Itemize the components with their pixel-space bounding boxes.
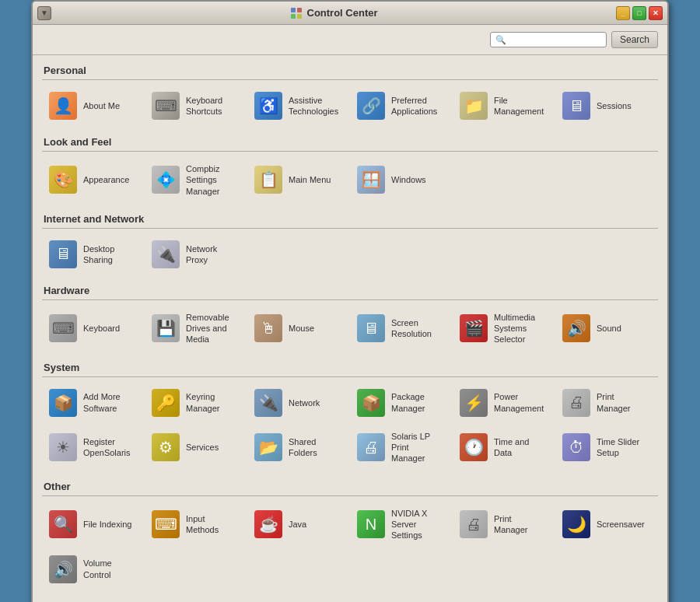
item-package[interactable]: 📦Package Manager bbox=[350, 383, 450, 422]
item-java[interactable]: ☕Java bbox=[247, 502, 347, 547]
svg-rect-1 bbox=[297, 8, 302, 12]
item-power[interactable]: ⚡Power Management bbox=[453, 383, 552, 422]
section-items-hardware: ⌨Keyboard💾Removable Drives and Media🖱Mou… bbox=[42, 305, 658, 352]
print2-icon: 🖨 bbox=[460, 510, 488, 538]
item-windows[interactable]: 🪟Windows bbox=[350, 158, 450, 202]
item-appearance[interactable]: 🎨Appearance bbox=[42, 158, 142, 202]
item-nvidia[interactable]: NNVIDIA X Server Settings bbox=[350, 502, 450, 547]
item-label-compiz: Compbiz Settings Manager bbox=[186, 163, 237, 197]
item-label-solaris-print: Solaris LP Print Manager bbox=[391, 431, 443, 464]
volume-icon: 🔊 bbox=[49, 555, 77, 583]
section-title-look-feel: Look and Feel bbox=[42, 133, 658, 152]
minimize-button[interactable]: _ bbox=[616, 6, 630, 20]
item-label-time-data: Time and Data bbox=[494, 436, 545, 459]
item-mouse[interactable]: 🖱Mouse bbox=[247, 306, 347, 351]
nvidia-icon: N bbox=[357, 510, 385, 538]
item-label-add-software: Add More Software bbox=[83, 391, 135, 414]
item-label-time-slider: Time Slider Setup bbox=[597, 436, 648, 459]
input-icon: ⌨ bbox=[152, 510, 180, 538]
item-label-multimedia: Multimedia Systems Selector bbox=[494, 312, 545, 345]
item-label-package: Package Manager bbox=[391, 391, 443, 414]
item-file-index[interactable]: 🔍File Indexing bbox=[42, 502, 142, 547]
item-solaris-print[interactable]: 🖨Solaris LP Print Manager bbox=[350, 425, 450, 470]
item-label-power: Power Management bbox=[494, 391, 545, 414]
fileindex-icon: 🔍 bbox=[49, 510, 77, 538]
item-label-windows: Windows bbox=[391, 174, 426, 185]
item-label-sessions: Sessions bbox=[597, 100, 632, 111]
svg-rect-3 bbox=[297, 14, 302, 19]
item-label-java: Java bbox=[289, 519, 306, 530]
item-compiz[interactable]: 💠Compbiz Settings Manager bbox=[145, 158, 244, 202]
maximize-button[interactable]: □ bbox=[632, 6, 646, 20]
section-other: Other🔍File Indexing⌨Input Methods☕JavaNN… bbox=[42, 478, 658, 590]
section-items-look-feel: 🎨Appearance💠Compbiz Settings Manager📋Mai… bbox=[42, 156, 658, 204]
item-sessions[interactable]: 🖥Sessions bbox=[555, 86, 655, 125]
item-preferred[interactable]: 🔗Preferred Applications bbox=[350, 86, 450, 125]
filemanage-icon: 📁 bbox=[460, 92, 488, 120]
power-icon: ⚡ bbox=[460, 389, 488, 417]
item-register[interactable]: ☀Register OpenSolaris bbox=[42, 425, 142, 470]
register-icon: ☀ bbox=[49, 433, 77, 461]
section-items-personal: 👤About Me⌨Keyboard Shortcuts♿Assistive T… bbox=[42, 85, 658, 127]
item-screen-res[interactable]: 🖥Screen Resolution bbox=[350, 306, 450, 351]
item-label-screensave: Screensaver bbox=[597, 519, 645, 530]
item-label-preferred: Preferred Applications bbox=[391, 95, 443, 117]
keyboard2-icon: ⌨ bbox=[49, 314, 77, 342]
titlebar-left: ▼ bbox=[37, 6, 51, 20]
deskshare-icon: 🖥 bbox=[49, 240, 77, 268]
item-sound[interactable]: 🔊Sound bbox=[555, 306, 655, 351]
item-keyboard-shortcuts[interactable]: ⌨Keyboard Shortcuts bbox=[145, 86, 244, 125]
item-input-methods[interactable]: ⌨Input Methods bbox=[145, 502, 244, 547]
item-mainmenu[interactable]: 📋Main Menu bbox=[247, 158, 347, 202]
section-look-feel: Look and Feel🎨Appearance💠Compbiz Setting… bbox=[42, 133, 658, 204]
item-screensave[interactable]: 🌙Screensaver bbox=[555, 502, 655, 547]
windows-icon: 🪟 bbox=[357, 166, 385, 194]
java-icon: ☕ bbox=[254, 510, 282, 538]
item-desktop-sharing[interactable]: 🖥Desktop Sharing bbox=[42, 235, 142, 274]
item-label-removable: Removable Drives and Media bbox=[186, 312, 237, 345]
item-shared[interactable]: 📂Shared Folders bbox=[247, 425, 347, 470]
item-keyring[interactable]: 🔑Keyring Manager bbox=[145, 383, 244, 422]
shared-icon: 📂 bbox=[254, 433, 282, 461]
item-keyboard-hw[interactable]: ⌨Keyboard bbox=[42, 306, 142, 351]
search-button[interactable]: Search bbox=[611, 31, 658, 48]
network-icon: 🔌 bbox=[254, 389, 282, 417]
section-internet-network: Internet and Network🖥Desktop Sharing🔌Net… bbox=[42, 210, 658, 275]
titlebar-menu-button[interactable]: ▼ bbox=[37, 6, 51, 20]
item-multimedia[interactable]: 🎬Multimedia Systems Selector bbox=[453, 306, 552, 351]
titlebar-controls: _ □ ✕ bbox=[616, 6, 663, 20]
close-button[interactable]: ✕ bbox=[649, 6, 663, 20]
item-label-assistive: Assistive Technologies bbox=[289, 95, 340, 117]
item-print-other[interactable]: 🖨Print Manager bbox=[453, 502, 552, 547]
item-label-network-sys: Network bbox=[289, 397, 320, 408]
compiz-icon: 💠 bbox=[152, 166, 180, 194]
item-label-network-proxy: Network Proxy bbox=[186, 243, 237, 266]
item-time-data[interactable]: 🕐Time and Data bbox=[453, 425, 552, 470]
item-volume[interactable]: 🔊Volume Control bbox=[42, 550, 142, 589]
item-file-manage[interactable]: 📁File Management bbox=[453, 86, 552, 125]
section-items-other: 🔍File Indexing⌨Input Methods☕JavaNNVIDIA… bbox=[42, 501, 658, 590]
keyboard-icon: ⌨ bbox=[152, 92, 180, 120]
item-print-mgr[interactable]: 🖨Print Manager bbox=[555, 383, 655, 422]
item-network-sys[interactable]: 🔌Network bbox=[247, 383, 347, 422]
person-icon: 👤 bbox=[49, 92, 77, 120]
section-title-internet-network: Internet and Network bbox=[42, 210, 658, 229]
item-add-software[interactable]: 📦Add More Software bbox=[42, 383, 142, 422]
item-label-sound: Sound bbox=[597, 323, 621, 334]
content-area: Personal👤About Me⌨Keyboard Shortcuts♿Ass… bbox=[33, 55, 667, 602]
item-label-desktop-sharing: Desktop Sharing bbox=[83, 243, 135, 266]
item-label-nvidia: NVIDIA X Server Settings bbox=[391, 508, 443, 541]
section-title-hardware: Hardware bbox=[42, 282, 658, 300]
item-label-keyring: Keyring Manager bbox=[186, 391, 237, 414]
item-label-appearance: Appearance bbox=[83, 174, 129, 185]
item-network-proxy[interactable]: 🔌Network Proxy bbox=[145, 235, 244, 274]
item-services[interactable]: ⚙Services bbox=[145, 425, 244, 470]
item-removable[interactable]: 💾Removable Drives and Media bbox=[145, 306, 244, 351]
item-assistive[interactable]: ♿Assistive Technologies bbox=[247, 86, 347, 125]
keyring-icon: 🔑 bbox=[152, 389, 180, 417]
item-about[interactable]: 👤About Me bbox=[42, 86, 142, 125]
section-title-system: System bbox=[42, 359, 658, 377]
search-input[interactable] bbox=[509, 34, 602, 45]
timeslider-icon: ⏱ bbox=[562, 433, 590, 461]
item-time-slider[interactable]: ⏱Time Slider Setup bbox=[555, 425, 655, 470]
